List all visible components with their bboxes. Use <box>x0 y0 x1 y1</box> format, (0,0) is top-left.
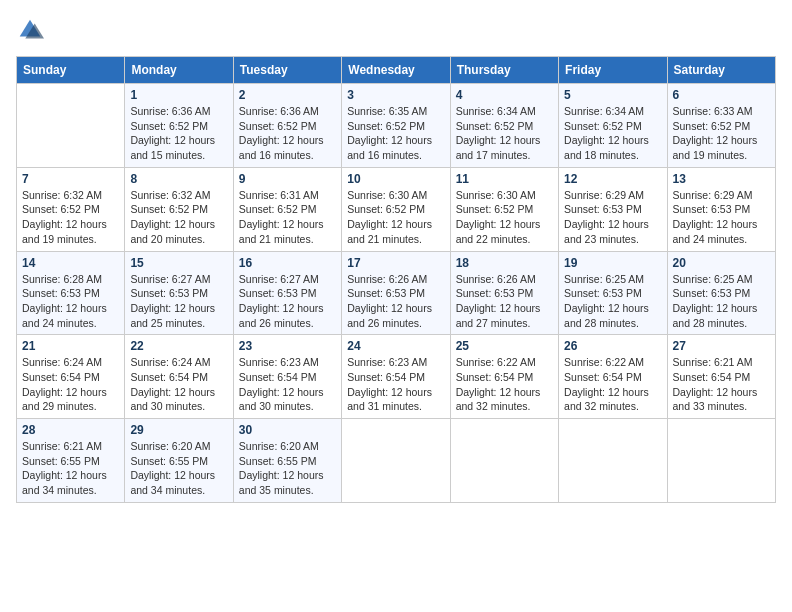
day-info: Sunrise: 6:33 AMSunset: 6:52 PMDaylight:… <box>673 104 770 163</box>
logo <box>16 16 48 44</box>
day-cell: 29 Sunrise: 6:20 AMSunset: 6:55 PMDaylig… <box>125 419 233 503</box>
day-info: Sunrise: 6:24 AMSunset: 6:54 PMDaylight:… <box>22 355 119 414</box>
day-info: Sunrise: 6:32 AMSunset: 6:52 PMDaylight:… <box>22 188 119 247</box>
day-number: 23 <box>239 339 336 353</box>
day-cell: 8 Sunrise: 6:32 AMSunset: 6:52 PMDayligh… <box>125 167 233 251</box>
day-number: 28 <box>22 423 119 437</box>
day-cell: 21 Sunrise: 6:24 AMSunset: 6:54 PMDaylig… <box>17 335 125 419</box>
day-cell: 16 Sunrise: 6:27 AMSunset: 6:53 PMDaylig… <box>233 251 341 335</box>
day-cell: 10 Sunrise: 6:30 AMSunset: 6:52 PMDaylig… <box>342 167 450 251</box>
day-cell: 13 Sunrise: 6:29 AMSunset: 6:53 PMDaylig… <box>667 167 775 251</box>
day-number: 18 <box>456 256 553 270</box>
day-number: 26 <box>564 339 661 353</box>
day-number: 3 <box>347 88 444 102</box>
day-number: 2 <box>239 88 336 102</box>
column-header-friday: Friday <box>559 57 667 84</box>
day-info: Sunrise: 6:20 AMSunset: 6:55 PMDaylight:… <box>239 439 336 498</box>
day-number: 15 <box>130 256 227 270</box>
column-header-saturday: Saturday <box>667 57 775 84</box>
day-info: Sunrise: 6:29 AMSunset: 6:53 PMDaylight:… <box>564 188 661 247</box>
logo-icon <box>16 16 44 44</box>
day-cell <box>342 419 450 503</box>
day-cell: 20 Sunrise: 6:25 AMSunset: 6:53 PMDaylig… <box>667 251 775 335</box>
day-cell: 25 Sunrise: 6:22 AMSunset: 6:54 PMDaylig… <box>450 335 558 419</box>
day-info: Sunrise: 6:20 AMSunset: 6:55 PMDaylight:… <box>130 439 227 498</box>
page-header <box>16 16 776 44</box>
day-cell <box>559 419 667 503</box>
day-number: 10 <box>347 172 444 186</box>
day-cell: 11 Sunrise: 6:30 AMSunset: 6:52 PMDaylig… <box>450 167 558 251</box>
day-number: 1 <box>130 88 227 102</box>
day-number: 25 <box>456 339 553 353</box>
day-info: Sunrise: 6:36 AMSunset: 6:52 PMDaylight:… <box>239 104 336 163</box>
day-info: Sunrise: 6:31 AMSunset: 6:52 PMDaylight:… <box>239 188 336 247</box>
day-cell: 17 Sunrise: 6:26 AMSunset: 6:53 PMDaylig… <box>342 251 450 335</box>
day-cell: 5 Sunrise: 6:34 AMSunset: 6:52 PMDayligh… <box>559 84 667 168</box>
day-cell: 9 Sunrise: 6:31 AMSunset: 6:52 PMDayligh… <box>233 167 341 251</box>
day-info: Sunrise: 6:26 AMSunset: 6:53 PMDaylight:… <box>347 272 444 331</box>
day-cell: 26 Sunrise: 6:22 AMSunset: 6:54 PMDaylig… <box>559 335 667 419</box>
day-info: Sunrise: 6:22 AMSunset: 6:54 PMDaylight:… <box>564 355 661 414</box>
day-number: 30 <box>239 423 336 437</box>
day-info: Sunrise: 6:36 AMSunset: 6:52 PMDaylight:… <box>130 104 227 163</box>
day-cell: 22 Sunrise: 6:24 AMSunset: 6:54 PMDaylig… <box>125 335 233 419</box>
day-cell <box>667 419 775 503</box>
day-info: Sunrise: 6:30 AMSunset: 6:52 PMDaylight:… <box>456 188 553 247</box>
day-cell: 27 Sunrise: 6:21 AMSunset: 6:54 PMDaylig… <box>667 335 775 419</box>
column-header-sunday: Sunday <box>17 57 125 84</box>
day-info: Sunrise: 6:25 AMSunset: 6:53 PMDaylight:… <box>564 272 661 331</box>
day-cell: 19 Sunrise: 6:25 AMSunset: 6:53 PMDaylig… <box>559 251 667 335</box>
day-number: 29 <box>130 423 227 437</box>
day-info: Sunrise: 6:24 AMSunset: 6:54 PMDaylight:… <box>130 355 227 414</box>
day-number: 27 <box>673 339 770 353</box>
day-info: Sunrise: 6:23 AMSunset: 6:54 PMDaylight:… <box>347 355 444 414</box>
day-number: 20 <box>673 256 770 270</box>
day-cell: 1 Sunrise: 6:36 AMSunset: 6:52 PMDayligh… <box>125 84 233 168</box>
day-info: Sunrise: 6:28 AMSunset: 6:53 PMDaylight:… <box>22 272 119 331</box>
column-header-monday: Monday <box>125 57 233 84</box>
day-info: Sunrise: 6:27 AMSunset: 6:53 PMDaylight:… <box>239 272 336 331</box>
day-number: 21 <box>22 339 119 353</box>
week-row-5: 28 Sunrise: 6:21 AMSunset: 6:55 PMDaylig… <box>17 419 776 503</box>
day-info: Sunrise: 6:22 AMSunset: 6:54 PMDaylight:… <box>456 355 553 414</box>
day-cell <box>17 84 125 168</box>
day-info: Sunrise: 6:34 AMSunset: 6:52 PMDaylight:… <box>564 104 661 163</box>
day-cell: 4 Sunrise: 6:34 AMSunset: 6:52 PMDayligh… <box>450 84 558 168</box>
day-number: 12 <box>564 172 661 186</box>
day-info: Sunrise: 6:34 AMSunset: 6:52 PMDaylight:… <box>456 104 553 163</box>
week-row-4: 21 Sunrise: 6:24 AMSunset: 6:54 PMDaylig… <box>17 335 776 419</box>
day-cell: 30 Sunrise: 6:20 AMSunset: 6:55 PMDaylig… <box>233 419 341 503</box>
day-number: 7 <box>22 172 119 186</box>
header-row: SundayMondayTuesdayWednesdayThursdayFrid… <box>17 57 776 84</box>
day-number: 17 <box>347 256 444 270</box>
day-cell <box>450 419 558 503</box>
day-number: 11 <box>456 172 553 186</box>
day-info: Sunrise: 6:23 AMSunset: 6:54 PMDaylight:… <box>239 355 336 414</box>
day-number: 9 <box>239 172 336 186</box>
week-row-1: 1 Sunrise: 6:36 AMSunset: 6:52 PMDayligh… <box>17 84 776 168</box>
day-cell: 23 Sunrise: 6:23 AMSunset: 6:54 PMDaylig… <box>233 335 341 419</box>
column-header-thursday: Thursday <box>450 57 558 84</box>
day-info: Sunrise: 6:25 AMSunset: 6:53 PMDaylight:… <box>673 272 770 331</box>
day-number: 5 <box>564 88 661 102</box>
day-info: Sunrise: 6:21 AMSunset: 6:55 PMDaylight:… <box>22 439 119 498</box>
day-cell: 2 Sunrise: 6:36 AMSunset: 6:52 PMDayligh… <box>233 84 341 168</box>
day-number: 14 <box>22 256 119 270</box>
column-header-wednesday: Wednesday <box>342 57 450 84</box>
day-info: Sunrise: 6:35 AMSunset: 6:52 PMDaylight:… <box>347 104 444 163</box>
day-cell: 12 Sunrise: 6:29 AMSunset: 6:53 PMDaylig… <box>559 167 667 251</box>
day-cell: 24 Sunrise: 6:23 AMSunset: 6:54 PMDaylig… <box>342 335 450 419</box>
day-cell: 6 Sunrise: 6:33 AMSunset: 6:52 PMDayligh… <box>667 84 775 168</box>
day-cell: 15 Sunrise: 6:27 AMSunset: 6:53 PMDaylig… <box>125 251 233 335</box>
column-header-tuesday: Tuesday <box>233 57 341 84</box>
day-number: 13 <box>673 172 770 186</box>
day-cell: 14 Sunrise: 6:28 AMSunset: 6:53 PMDaylig… <box>17 251 125 335</box>
day-info: Sunrise: 6:30 AMSunset: 6:52 PMDaylight:… <box>347 188 444 247</box>
day-number: 16 <box>239 256 336 270</box>
day-number: 24 <box>347 339 444 353</box>
day-info: Sunrise: 6:32 AMSunset: 6:52 PMDaylight:… <box>130 188 227 247</box>
calendar-table: SundayMondayTuesdayWednesdayThursdayFrid… <box>16 56 776 503</box>
day-number: 8 <box>130 172 227 186</box>
day-info: Sunrise: 6:26 AMSunset: 6:53 PMDaylight:… <box>456 272 553 331</box>
day-cell: 18 Sunrise: 6:26 AMSunset: 6:53 PMDaylig… <box>450 251 558 335</box>
